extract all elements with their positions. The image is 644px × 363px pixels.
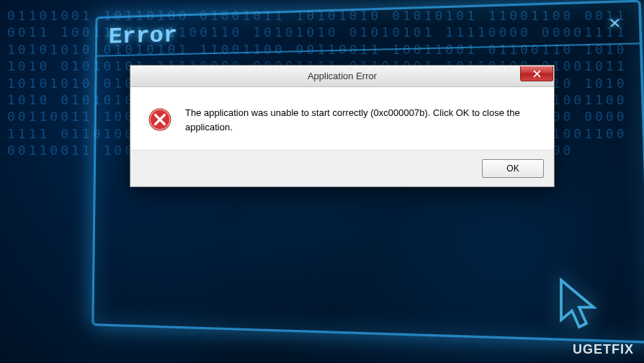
dialog-body: The application was unable to start corr…: [130, 87, 554, 150]
watermark-text: UGETFIX: [573, 342, 634, 357]
close-icon: [533, 70, 541, 78]
ok-button[interactable]: OK: [482, 159, 544, 178]
dialog-message: The application was unable to start corr…: [185, 106, 537, 134]
dialog-footer: OK: [130, 150, 554, 187]
cursor-icon: [558, 277, 601, 334]
error-dialog: Application Error The application was un…: [130, 65, 555, 187]
background-close-glyph: ×: [602, 12, 627, 34]
error-icon: [148, 107, 172, 132]
dialog-title: Application Error: [308, 71, 377, 81]
dialog-titlebar[interactable]: Application Error: [130, 66, 554, 87]
close-button[interactable]: [520, 66, 553, 81]
